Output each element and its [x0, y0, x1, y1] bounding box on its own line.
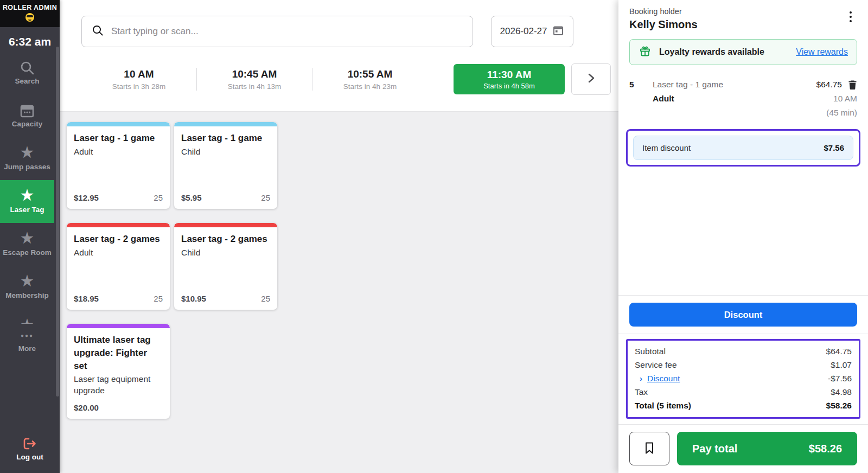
- product-availability-count: 25: [154, 294, 163, 303]
- product-card[interactable]: Laser tag - 2 gamesChild$10.9525: [174, 223, 277, 310]
- trash-icon: [848, 83, 857, 91]
- item-discount-row[interactable]: Item discount $7.56: [633, 136, 853, 160]
- divider: [618, 295, 868, 296]
- sidebar-item-jump-passes[interactable]: ★Jump passes: [0, 137, 54, 180]
- search-input[interactable]: [111, 26, 463, 37]
- item-quantity: 5: [629, 80, 653, 118]
- session-slot-10-55-am[interactable]: 10:55 AMStarts in 4h 23m: [312, 68, 427, 91]
- product-price: $20.00: [74, 403, 99, 412]
- session-countdown: Starts in 3h 28m: [81, 82, 196, 91]
- gift-icon: [639, 44, 652, 60]
- booking-holder-name: Kelly Simons: [629, 18, 698, 31]
- sidebar-scrollbar[interactable]: [56, 47, 59, 397]
- totals-row-tax: Tax$4.98: [635, 385, 852, 399]
- cart-panel: Booking holder Kelly Simons Loyalty rewa…: [618, 0, 868, 473]
- sidebar-item-membership[interactable]: ★Membership: [0, 266, 54, 309]
- product-card[interactable]: Laser tag - 1 gameAdult$12.9525: [67, 122, 170, 209]
- card-bottom-row: $5.9525: [181, 187, 270, 202]
- view-rewards-link[interactable]: View rewards: [796, 47, 848, 57]
- totals-value: $58.26: [826, 401, 852, 411]
- card-color-bar: [174, 223, 277, 227]
- divider: [618, 334, 868, 334]
- star-icon: ★: [20, 272, 35, 290]
- pay-total-button[interactable]: Pay total $58.26: [677, 432, 857, 465]
- discount-button[interactable]: Discount: [629, 303, 857, 327]
- loyalty-banner: Loyalty rewards available View rewards: [629, 39, 857, 65]
- ellipsis-icon: ●●●: [21, 333, 34, 338]
- app-logo: ROLLER ADMIN: [0, 0, 60, 27]
- sidebar-item-search[interactable]: Search: [0, 52, 54, 94]
- totals-label: Subtotal: [635, 347, 666, 356]
- clipped-star-icon: ★: [2, 316, 52, 324]
- sidebar-nav: SearchCapacity★Jump passes★Laser Tag★Esc…: [0, 52, 54, 427]
- card-bottom-row: $20.00: [74, 397, 163, 412]
- session-countdown: Starts in 4h 23m: [312, 82, 427, 91]
- session-slot-11-30-am[interactable]: 11:30 AMStarts in 4h 58m: [454, 64, 565, 94]
- next-sessions-button[interactable]: [571, 63, 611, 95]
- item-name: Laser tag - 1 game: [653, 80, 816, 90]
- product-card[interactable]: Laser tag - 2 gamesAdult$18.9525: [67, 223, 170, 310]
- product-cards: Laser tag - 1 gameAdult$12.9525Laser tag…: [67, 122, 286, 419]
- sidebar-item-label: Jump passes: [2, 162, 52, 173]
- session-slot-10-am[interactable]: 10 AMStarts in 3h 28m: [81, 68, 196, 91]
- date-value: 2026-02-27: [500, 26, 547, 37]
- sidebar-item-laser-tag[interactable]: ★Laser Tag: [0, 180, 54, 223]
- totals-value: $64.75: [826, 347, 852, 356]
- current-time: 6:32 am: [0, 35, 60, 48]
- product-subtitle: Child: [181, 146, 270, 158]
- item-session-time: 10 AM: [816, 94, 857, 104]
- discount-link[interactable]: Discount: [647, 374, 680, 383]
- card-body: Laser tag - 1 gameChild$5.9525: [174, 126, 277, 209]
- card-color-bar: [67, 324, 170, 328]
- item-duration: (45 min): [816, 108, 857, 118]
- sidebar-item-label: Escape Room: [2, 247, 52, 259]
- totals-row-discount: ›Discount-$7.56: [635, 372, 852, 385]
- card-body: Ultimate laser tag upgrade: Fighter setL…: [67, 328, 170, 419]
- kebab-menu-icon[interactable]: [844, 7, 857, 27]
- card-bottom-row: $18.9525: [74, 287, 163, 303]
- item-discount-highlight: Item discount $7.56: [626, 129, 860, 167]
- product-price: $5.95: [181, 193, 202, 202]
- star-icon: ★: [2, 230, 52, 247]
- totals-label: Total (5 items): [635, 401, 691, 411]
- star-icon: ★: [20, 229, 35, 247]
- search-icon: [92, 24, 104, 39]
- totals-value: -$7.56: [828, 374, 852, 383]
- star-icon: ★: [20, 317, 35, 324]
- sidebar-item-more[interactable]: ★●●●More: [0, 309, 54, 362]
- product-title: Ultimate laser tag upgrade: Fighter set: [74, 334, 163, 372]
- product-card[interactable]: Ultimate laser tag upgrade: Fighter setL…: [67, 324, 170, 419]
- product-price: $18.95: [74, 294, 99, 303]
- product-title: Laser tag - 1 game: [74, 132, 163, 145]
- item-discount-label: Item discount: [642, 143, 691, 152]
- delete-item-button[interactable]: [848, 80, 857, 90]
- item-discount-value: $7.56: [824, 143, 844, 152]
- session-time: 10:55 AM: [312, 68, 427, 80]
- totals-row-service-fee: Service fee$1.07: [635, 358, 852, 372]
- save-booking-button[interactable]: [629, 432, 669, 465]
- chevron-right-icon: [588, 73, 595, 86]
- totals-row-subtotal: Subtotal$64.75: [635, 344, 852, 358]
- sidebar-item-escape-room[interactable]: ★Escape Room: [0, 223, 54, 266]
- main-area: 2026-02-27 10 AMStarts in 3h 28m10:45 AM…: [60, 0, 618, 473]
- star-icon: ★: [2, 273, 52, 290]
- session-slot-10-45-am[interactable]: 10:45 AMStarts in 4h 13m: [197, 68, 312, 91]
- star-icon: ★: [20, 186, 35, 204]
- sidebar-item-label: More: [2, 343, 52, 355]
- product-price: $12.95: [74, 193, 99, 202]
- product-title: Laser tag - 2 games: [181, 233, 270, 246]
- pos-app: ROLLER ADMIN 6:32 am SearchCapacity★Jump…: [0, 0, 868, 473]
- sidebar-item-capacity[interactable]: Capacity: [0, 94, 54, 137]
- card-color-bar: [174, 122, 277, 126]
- session-time: 11:30 AM: [454, 69, 565, 81]
- product-subtitle: Laser tag equipment upgrade: [74, 374, 163, 397]
- product-card[interactable]: Laser tag - 1 gameChild$5.9525: [174, 122, 277, 209]
- logout-button[interactable]: Log out: [0, 427, 60, 473]
- date-picker[interactable]: 2026-02-27: [491, 16, 573, 47]
- product-availability-count: 25: [261, 294, 270, 303]
- search-icon: [2, 59, 52, 76]
- totals-value: $4.98: [831, 387, 852, 397]
- product-subtitle: Adult: [74, 247, 163, 259]
- cart-line-item: 5 Laser tag - 1 game Adult $64.75: [629, 80, 857, 118]
- product-title: Laser tag - 2 games: [74, 233, 163, 246]
